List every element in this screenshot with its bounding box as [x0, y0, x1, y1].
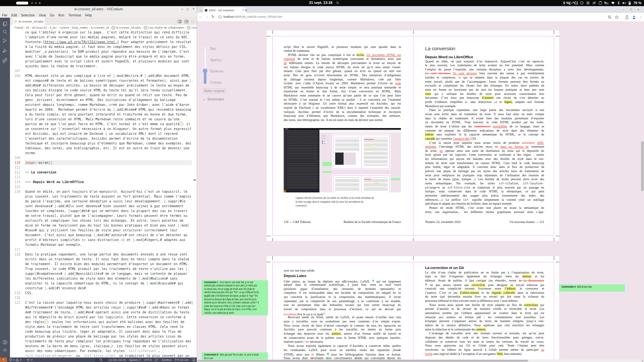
text-line: annotations portées par l’éditeur appara…: [425, 311, 544, 315]
split-editor-icon[interactable]: [178, 20, 182, 23]
menu-selection[interactable]: Selection: [19, 13, 37, 17]
sommaire-link[interactable]: ← Sommaire: [203, 97, 224, 101]
breadcrumb-item[interactable]: Une chaîne de collaboration: [148, 26, 184, 29]
new-tab-icon[interactable]: +: [245, 8, 247, 13]
status-slider-knob[interactable]: [203, 69, 207, 73]
notifications-bell[interactable]: [190, 357, 197, 362]
dnd-bell-slash-icon: [336, 1, 339, 5]
text-line: cependant, par la complexité de son para…: [284, 299, 401, 303]
remote-indicator[interactable]: [0, 357, 7, 362]
menu-run[interactable]: Run: [56, 13, 66, 17]
vscodium-title-bar[interactable]: le-crosnier_sif.adoc - VSCodium – ▢ ×: [0, 6, 197, 12]
close-button[interactable]: ×: [193, 7, 194, 11]
minimize-button[interactable]: –: [621, 7, 626, 12]
encoding[interactable]: UTF-8: [142, 357, 153, 362]
workspace-pill[interactable]: [16, 2, 28, 5]
step-apercu[interactable]: Aperçu: [210, 58, 222, 62]
text-line: les commandes LaTeX pour avoir un meille…: [284, 348, 401, 352]
profile-avatar-icon[interactable]: [632, 15, 636, 19]
go-live[interactable]: Go Live: [173, 357, 190, 362]
zoom-indicator-icon[interactable]: [608, 15, 612, 19]
editor[interactable]: ce que l’éditeur à organisé sur la page.…: [10, 30, 197, 357]
minimize-button[interactable]: –: [181, 7, 183, 11]
account-icon[interactable]: [2, 339, 8, 345]
layout-icon[interactable]: [185, 20, 188, 23]
source-control-icon[interactable]: [2, 38, 8, 43]
step-epreuve[interactable]: Épreuve: [210, 69, 223, 73]
eol[interactable]: LF: [153, 357, 160, 362]
editor-row: avec l’aide de Javascript que le média p…: [10, 54, 197, 59]
menu-go[interactable]: Go: [48, 13, 56, 17]
text-line: dation de la version définitive. Nous es…: [425, 323, 544, 327]
editor-row: 110image::ecran[]: [10, 160, 197, 165]
spread-1-spine-line: [413, 36, 413, 236]
breadcrumb-item[interactable]: body_matter: [72, 26, 88, 29]
breadcrumb-item[interactable]: sif: [26, 26, 29, 29]
menu-view[interactable]: View: [37, 13, 48, 17]
editor-tab[interactable]: le-crosnier_sif.adoc ×: [13, 18, 45, 25]
breadcrumb-item[interactable]: Travail: [14, 26, 23, 29]
text-line: Commentaire 7 : Je le mets ici, une seul…: [204, 281, 268, 284]
more-actions-icon[interactable]: ···: [191, 20, 196, 23]
restore-button[interactable]: ❐: [629, 7, 633, 12]
problems-indicator[interactable]: 0 0: [7, 357, 23, 362]
vertical-scrollbar-thumb[interactable]: [641, 141, 644, 191]
workspace-dot[interactable]: [39, 2, 41, 4]
step-bat[interactable]: Bat: [210, 47, 216, 51]
comment-9[interactable]: Commentaire 9 : déjà dit plus haut: [559, 284, 625, 292]
workspace-dot[interactable]: [31, 2, 33, 4]
maximize-button[interactable]: ▢: [186, 7, 189, 11]
breadcrumb-item[interactable]: le-crosnier_sif.adoc: [116, 26, 141, 29]
tab-search-chevron-icon[interactable]: ⌄: [199, 8, 202, 12]
extension-flask-icon[interactable]: [625, 15, 629, 19]
editor-row: +sif-locution-etrangere+` ou `+sif-titre…: [10, 353, 197, 357]
back-icon[interactable]: ←: [199, 14, 203, 19]
run-debug-icon[interactable]: a: [2, 48, 8, 53]
tab-close-icon[interactable]: ×: [242, 8, 244, 12]
settings-gear-icon[interactable]: [2, 347, 8, 353]
menu-edit[interactable]: Edit: [9, 13, 19, 17]
close-button[interactable]: ×: [636, 7, 641, 12]
url-bar[interactable]: localhost:8080/body_matter/le-crosnier_s…: [218, 15, 290, 19]
zoom-indicator[interactable]: [95, 357, 107, 362]
forward-icon[interactable]: →: [205, 14, 209, 19]
breadcrumbs[interactable]: ›Travail›sif›sif-issue-24›3_src›content›…: [0, 25, 209, 30]
step-compo[interactable]: Compo: [210, 80, 222, 84]
editor-row: 116Quand on édite, on part toujours d’un…: [10, 189, 197, 194]
explorer-icon[interactable]: [2, 21, 8, 27]
chevron-icon: ›: [88, 26, 91, 29]
site-info-icon[interactable]: [218, 15, 222, 19]
extensions-icon[interactable]: [2, 58, 8, 63]
horizontal-scrollbar-thumb[interactable]: [197, 360, 528, 362]
ports-indicator[interactable]: 0: [25, 357, 34, 362]
text-line: l’auteur). C’est ce jeu d’allers-retours…: [425, 291, 544, 295]
breadcrumb-item[interactable]: 3_src: [50, 26, 57, 29]
activity-bar: a: [0, 18, 10, 357]
breadcrumb-item[interactable]: sif-issue-24: [32, 26, 47, 29]
search-icon[interactable]: [2, 29, 8, 35]
system-tray[interactable]: 5 %[–°C] A fr₂ 79 %: [563, 1, 641, 5]
statut-original-button[interactable]: Statut original: [203, 88, 226, 94]
menu-kebab-icon[interactable]: ⋮: [639, 15, 642, 19]
text-line: mais se doit d’organiser également les é…: [425, 274, 544, 278]
text-line: synchrone, un éditeur en ligne associé à…: [425, 348, 544, 352]
bookmark-star-icon[interactable]: [615, 15, 619, 19]
breadcrumb-item[interactable]: le-crosnier_sif: [91, 26, 109, 29]
horizontal-scrollbar[interactable]: [197, 359, 641, 362]
editor-row: est Asciidoc, qui est inspiré de Docbook…: [10, 131, 197, 136]
indentation[interactable]: Spaces: 2: [128, 357, 143, 362]
breadcrumb-item[interactable]: content: [60, 26, 69, 29]
workspace-dot[interactable]: [35, 2, 37, 4]
editor-row: existent depuis longtemps, comme Markdow…: [10, 102, 197, 107]
menu-terminal[interactable]: Terminal: [66, 13, 83, 17]
clock[interactable]: 21 sept. 13:18: [309, 1, 339, 5]
reload-icon[interactable]: ↻: [212, 14, 215, 19]
menu-file[interactable]: File: [0, 13, 9, 17]
text-line: descend en dessous de la ligne de base, …: [204, 298, 268, 302]
cursor-position[interactable]: Ln 110, Col 15: [107, 357, 127, 362]
browser-tab[interactable]: 1024 - Un nouveau m ×: [203, 7, 246, 13]
comment-7[interactable]: Commentaire 7 : Je le mets ici, une seul…: [202, 280, 268, 315]
language-mode[interactable]: AsciiDoc: [160, 357, 173, 362]
menu-help[interactable]: Help: [83, 13, 94, 17]
editor-row: ces balises éloigne le code source HTML …: [10, 88, 197, 93]
